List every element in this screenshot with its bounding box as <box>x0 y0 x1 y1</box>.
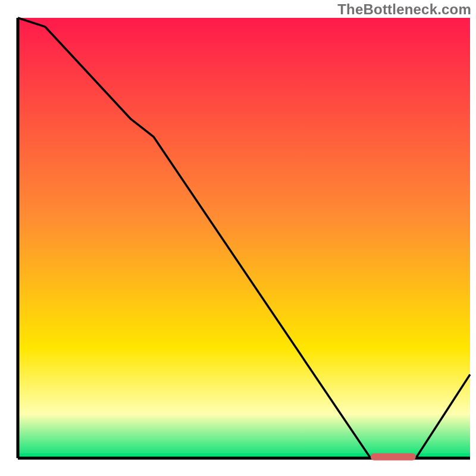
gradient-background <box>18 18 470 458</box>
optimal-range-marker <box>371 453 416 461</box>
chart-container: { "watermark": "TheBottleneck.com", "col… <box>0 0 476 476</box>
bottleneck-chart <box>0 0 476 476</box>
